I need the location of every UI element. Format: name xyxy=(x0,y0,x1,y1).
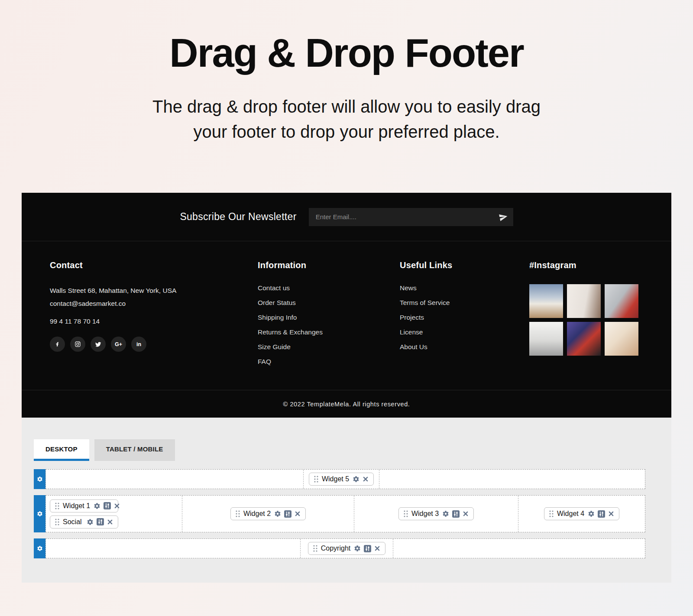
close-icon[interactable] xyxy=(374,545,380,551)
column-settings-icon[interactable] xyxy=(364,545,371,552)
mechanic-photo[interactable] xyxy=(605,284,638,318)
builder-column-empty[interactable] xyxy=(46,470,304,489)
builder-row-3: Copyright xyxy=(34,538,645,558)
contact-phone: 99 4 11 78 70 14 xyxy=(50,318,258,325)
gear-icon xyxy=(37,511,43,517)
gear-icon[interactable] xyxy=(588,510,595,517)
footer-link-size-guide[interactable]: Size Guide xyxy=(258,343,291,350)
drag-handle-icon[interactable] xyxy=(55,519,59,525)
row-settings-handle[interactable] xyxy=(34,469,45,489)
drag-handle-icon[interactable] xyxy=(313,545,317,552)
newsletter-bar: Subscribe Our Newsletter xyxy=(22,193,671,241)
builder-column[interactable]: Widget 5 xyxy=(304,470,379,489)
list-item: Contact us xyxy=(258,284,400,292)
send-icon[interactable] xyxy=(498,212,508,222)
drag-handle-icon[interactable] xyxy=(236,510,240,517)
column-settings-icon[interactable] xyxy=(97,518,104,525)
contact-column: Contact Walls Street 68, Mahattan, New Y… xyxy=(50,260,258,373)
builder-column[interactable]: Widget 1 Social xyxy=(46,496,182,532)
gear-icon xyxy=(37,476,43,482)
twitter-icon[interactable] xyxy=(91,337,106,352)
builder-column-empty[interactable] xyxy=(379,470,645,489)
footer-link-about-us[interactable]: About Us xyxy=(400,343,427,350)
cyclist-photo[interactable] xyxy=(529,284,563,318)
gear-icon[interactable] xyxy=(353,476,359,483)
column-settings-icon[interactable] xyxy=(598,510,605,518)
builder-row-2: Widget 1 Social xyxy=(34,495,645,532)
useful-links-column: Useful Links News Terms of Service Proje… xyxy=(400,260,529,373)
child-glasses-photo[interactable] xyxy=(567,284,601,318)
footer-columns: Contact Walls Street 68, Mahattan, New Y… xyxy=(22,241,671,390)
widget-chip-widget-2[interactable]: Widget 2 xyxy=(230,507,306,520)
newsletter-form xyxy=(309,208,513,226)
instagram-heading: #Instagram xyxy=(529,260,643,270)
drag-handle-icon[interactable] xyxy=(314,476,318,483)
widget-chip-widget-1[interactable]: Widget 1 xyxy=(50,499,118,512)
builder-column-empty[interactable] xyxy=(46,539,301,558)
gear-icon[interactable] xyxy=(87,519,94,525)
footer-link-license[interactable]: License xyxy=(400,328,423,336)
widget-chip-widget-3[interactable]: Widget 3 xyxy=(398,507,474,520)
widget-chip-widget-4[interactable]: Widget 4 xyxy=(544,507,619,520)
widget-chip-social[interactable]: Social xyxy=(50,515,118,528)
gear-icon[interactable] xyxy=(442,510,449,517)
email-input[interactable] xyxy=(309,208,513,226)
bedroom-photo[interactable] xyxy=(529,322,563,356)
builder-column[interactable]: Widget 4 xyxy=(518,496,645,532)
list-item: Shipping Info xyxy=(258,314,400,321)
column-settings-icon[interactable] xyxy=(452,510,460,518)
social-icons-row: G+ in xyxy=(50,337,258,352)
gear-icon[interactable] xyxy=(94,503,100,509)
list-item: Order Status xyxy=(258,299,400,307)
drag-handle-icon[interactable] xyxy=(55,503,59,509)
list-item: Projects xyxy=(400,314,529,321)
list-item: Size Guide xyxy=(258,343,400,351)
footer-link-returns-exchanges[interactable]: Returns & Exchanges xyxy=(258,328,323,336)
gear-icon[interactable] xyxy=(354,545,361,552)
google-plus-icon[interactable]: G+ xyxy=(111,337,126,352)
column-settings-icon[interactable] xyxy=(284,510,291,518)
close-icon[interactable] xyxy=(295,511,301,517)
instagram-icon[interactable] xyxy=(70,337,85,352)
useful-links: News Terms of Service Projects License A… xyxy=(400,284,529,351)
drag-handle-icon[interactable] xyxy=(549,510,554,517)
footer-link-terms[interactable]: Terms of Service xyxy=(400,299,450,306)
linkedin-icon[interactable]: in xyxy=(131,337,146,352)
footer-link-projects[interactable]: Projects xyxy=(400,314,424,321)
footer-link-contact-us[interactable]: Contact us xyxy=(258,284,290,292)
close-icon[interactable] xyxy=(114,503,120,509)
close-icon[interactable] xyxy=(107,519,113,525)
firefighter-photo[interactable] xyxy=(567,322,601,356)
widget-chip-widget-5[interactable]: Widget 5 xyxy=(309,473,374,486)
builder-tabs: DESKTOP TABLET / MOBILE xyxy=(22,439,671,461)
footer-link-news[interactable]: News xyxy=(400,284,417,292)
close-icon[interactable] xyxy=(463,511,469,517)
builder-column[interactable]: Copyright xyxy=(301,539,393,558)
page-subtitle: The drag & drop footer will allow you to… xyxy=(0,94,693,144)
tab-desktop[interactable]: DESKTOP xyxy=(34,439,89,461)
list-item: About Us xyxy=(400,343,529,351)
column-settings-icon[interactable] xyxy=(104,502,111,509)
row-body: Widget 1 Social xyxy=(45,495,645,532)
builder-row-1: Widget 5 xyxy=(34,469,645,489)
footer-link-faq[interactable]: FAQ xyxy=(258,358,271,365)
footer-link-shipping-info[interactable]: Shipping Info xyxy=(258,314,297,321)
row-settings-handle[interactable] xyxy=(34,495,45,532)
widget-chip-copyright[interactable]: Copyright xyxy=(308,542,385,555)
list-item: News xyxy=(400,284,529,292)
tab-tablet-mobile[interactable]: TABLET / MOBILE xyxy=(94,439,175,461)
close-icon[interactable] xyxy=(363,476,369,482)
contact-email: contact@sadesmarket.co xyxy=(50,297,258,310)
gear-icon[interactable] xyxy=(274,510,281,517)
row-settings-handle[interactable] xyxy=(34,538,45,558)
builder-column[interactable]: Widget 3 xyxy=(354,496,518,532)
builder-column-empty[interactable] xyxy=(393,539,645,558)
facebook-icon[interactable] xyxy=(50,337,65,352)
list-item: Terms of Service xyxy=(400,299,529,307)
footer-link-order-status[interactable]: Order Status xyxy=(258,299,296,306)
wedding-couple-photo[interactable] xyxy=(605,322,638,356)
footer-builder-panel: DESKTOP TABLET / MOBILE Widget 5 xyxy=(22,418,671,583)
close-icon[interactable] xyxy=(608,511,614,517)
drag-handle-icon[interactable] xyxy=(404,510,408,517)
builder-column[interactable]: Widget 2 xyxy=(182,496,354,532)
